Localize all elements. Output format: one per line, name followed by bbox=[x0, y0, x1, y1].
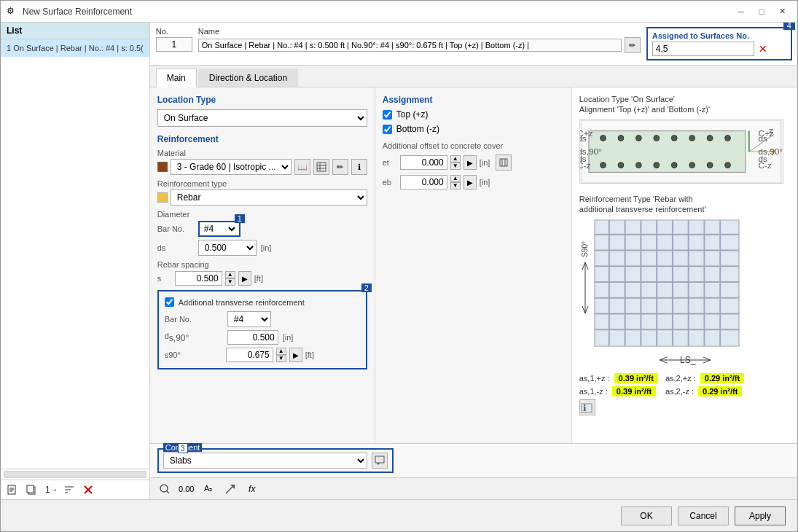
comment-select[interactable]: Slabs bbox=[163, 453, 367, 469]
minimize-button[interactable]: ─ bbox=[732, 4, 751, 19]
list-scrollbar[interactable] bbox=[4, 471, 146, 478]
material-select[interactable]: 3 - Grade 60 | Isotropic ... bbox=[171, 159, 292, 175]
list-item[interactable]: 1 On Surface | Rebar | No.: #4 | s: 0.5( bbox=[1, 39, 149, 57]
assignment-col: Assignment Top (+z) Bottom (-z) Addition… bbox=[375, 87, 572, 443]
assigned-group: 4 Assigned to Surfaces No. ✕ bbox=[646, 27, 792, 60]
eb-label: eb bbox=[383, 178, 397, 187]
svg-text:LS_: LS_ bbox=[680, 355, 696, 365]
trans-s90-input[interactable] bbox=[226, 348, 273, 362]
trans-ds-input[interactable] bbox=[227, 330, 278, 345]
comment-button[interactable] bbox=[372, 453, 388, 469]
et-input[interactable] bbox=[400, 155, 447, 170]
alignment-diagram: z y C+z ds ds,90° ds C-z C+z ds ds,90° d… bbox=[579, 120, 783, 184]
arrow-bottom-button[interactable] bbox=[222, 481, 239, 497]
name-edit-button[interactable]: ✏ bbox=[625, 37, 641, 53]
result-a2z2-label: as,2,-z : bbox=[665, 387, 694, 396]
result-info-button[interactable]: ℹ bbox=[579, 399, 595, 415]
material-table-button[interactable] bbox=[313, 159, 329, 175]
svg-point-23 bbox=[635, 136, 641, 141]
transverse-checkbox[interactable] bbox=[165, 297, 174, 307]
s-axis-label: LS_ bbox=[579, 354, 791, 367]
close-button[interactable]: ✕ bbox=[772, 4, 791, 19]
apply-button[interactable]: Apply bbox=[735, 506, 786, 525]
eb-row: eb ▲ ▼ ▶ [in] bbox=[383, 175, 564, 189]
eb-spin-up[interactable]: ▲ bbox=[450, 175, 461, 182]
svg-point-26 bbox=[689, 136, 695, 141]
material-book-button[interactable]: 📖 bbox=[294, 159, 310, 175]
renumber-icon: 1→ bbox=[44, 484, 56, 496]
comment-bar: Comment 3 Slabs bbox=[150, 443, 797, 477]
tab-main[interactable]: Main bbox=[156, 69, 197, 87]
s-arrow-horizontal: LS_ bbox=[656, 354, 714, 366]
rebar-type-group: Reinforcement type Rebar bbox=[157, 179, 367, 206]
eb-input[interactable] bbox=[400, 175, 447, 189]
s-spin-up[interactable]: ▲ bbox=[225, 271, 235, 278]
assigned-clear-button[interactable]: ✕ bbox=[757, 43, 769, 55]
svg-line-76 bbox=[703, 357, 711, 360]
et-arrow-button[interactable]: ▶ bbox=[463, 155, 477, 170]
bottom-toolbar: 0.00 A₂ fx bbox=[150, 477, 797, 499]
s-arrow-button[interactable]: ▶ bbox=[238, 271, 251, 286]
ds-select[interactable]: 0.500 bbox=[198, 240, 257, 256]
svg-point-30 bbox=[618, 163, 624, 168]
value-bottom-label: 0.00 bbox=[179, 485, 194, 493]
result-a1z-row: as,1,+z : 0.39 in²/ft bbox=[579, 373, 658, 383]
copy-button[interactable] bbox=[23, 482, 40, 498]
material-edit-button[interactable]: ✏ bbox=[332, 159, 348, 175]
value-bottom-button[interactable]: 0.00 bbox=[178, 481, 195, 497]
bar-no-select[interactable]: #4 bbox=[201, 223, 238, 235]
offset-settings-button[interactable] bbox=[496, 154, 512, 171]
no-input[interactable] bbox=[156, 37, 192, 52]
ok-button[interactable]: OK bbox=[621, 506, 672, 525]
name-input[interactable] bbox=[198, 39, 622, 52]
location-type-title: Location Type bbox=[157, 95, 367, 105]
et-spin-down[interactable]: ▼ bbox=[450, 163, 461, 170]
formula-bottom-button[interactable]: fx bbox=[243, 481, 261, 497]
material-info-button[interactable]: ℹ bbox=[351, 159, 367, 175]
bottom-label: Bottom (-z) bbox=[396, 124, 439, 134]
s-input[interactable] bbox=[175, 271, 222, 286]
rebar-diagram-container: S90° bbox=[579, 219, 791, 347]
s-spin-down[interactable]: ▼ bbox=[225, 278, 235, 286]
eb-spin-down[interactable]: ▼ bbox=[450, 182, 461, 189]
area-bottom-button[interactable]: A₂ bbox=[200, 481, 217, 497]
main-area: No. Name ✏ 4 Assigned to Surfaces No. ✕ bbox=[150, 23, 797, 499]
top-checkbox[interactable] bbox=[383, 110, 392, 120]
assigned-input-row: ✕ bbox=[652, 42, 786, 56]
new-button[interactable] bbox=[4, 482, 21, 498]
reinforcement-type-select[interactable]: Rebar bbox=[171, 189, 367, 206]
ds-label: ds bbox=[157, 243, 194, 252]
diameter-group: Diameter Bar No. #4 1 bbox=[157, 210, 367, 256]
comment-icon bbox=[375, 455, 385, 466]
search-bottom-button[interactable] bbox=[156, 481, 173, 497]
assigned-input[interactable] bbox=[652, 42, 754, 56]
trans-s90-arrow-button[interactable]: ▶ bbox=[289, 348, 302, 362]
material-label: Material bbox=[157, 149, 367, 157]
renumber-button[interactable]: 1→ bbox=[42, 482, 59, 498]
cancel-button[interactable]: Cancel bbox=[678, 506, 729, 525]
result-a2z-label: as,2,+z : bbox=[665, 374, 696, 383]
bottom-checkbox[interactable] bbox=[383, 125, 392, 134]
tab-direction-location[interactable]: Direction & Location bbox=[198, 69, 298, 87]
s90-axis-label: S90° bbox=[581, 241, 589, 257]
offset-label: Additional offset to concrete cover bbox=[383, 141, 564, 150]
et-spin-up[interactable]: ▲ bbox=[450, 155, 461, 163]
top-checkbox-row: Top (+z) bbox=[383, 109, 564, 120]
no-group: No. bbox=[156, 27, 192, 60]
dialog-footer: OK Cancel Apply bbox=[1, 499, 797, 531]
trans-bar-no-select[interactable]: #4 bbox=[227, 311, 271, 327]
sort-button[interactable] bbox=[60, 482, 78, 498]
preview-text3: Reinforcement Type 'Rebar with bbox=[579, 195, 791, 203]
svg-line-77 bbox=[703, 360, 711, 363]
svg-point-35 bbox=[707, 163, 713, 168]
delete-button[interactable] bbox=[79, 482, 97, 498]
comment-badge: 3 bbox=[178, 443, 188, 453]
trans-s90-spin-up[interactable]: ▲ bbox=[276, 348, 286, 355]
svg-point-34 bbox=[689, 163, 695, 168]
trans-s90-spin-down[interactable]: ▼ bbox=[276, 355, 286, 362]
window: ⚙ New Surface Reinforcement ─ □ ✕ List 1… bbox=[0, 0, 798, 532]
eb-arrow-button[interactable]: ▶ bbox=[463, 175, 477, 189]
maximize-button[interactable]: □ bbox=[752, 4, 771, 19]
location-type-select[interactable]: On Surface bbox=[157, 109, 367, 127]
svg-point-29 bbox=[600, 163, 606, 168]
